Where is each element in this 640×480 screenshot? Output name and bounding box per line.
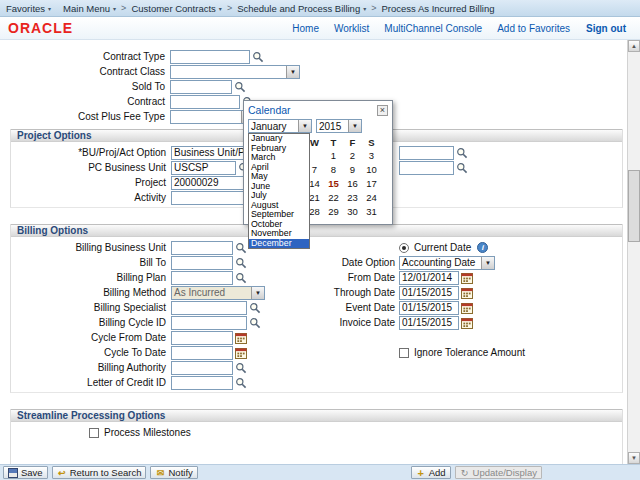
ignore-tolerance-amount-checkbox[interactable] <box>399 348 409 358</box>
billing-specialist-input[interactable] <box>171 301 247 315</box>
search-icon[interactable] <box>235 362 247 374</box>
search-icon[interactable] <box>456 147 468 159</box>
process-milestones-checkbox[interactable] <box>89 428 99 438</box>
month-option-may[interactable]: May <box>249 172 309 182</box>
billing-business-unit-input[interactable] <box>171 241 233 255</box>
letter-of-credit-id-input[interactable] <box>171 376 233 390</box>
contract-class-select[interactable]: ▼ <box>170 65 300 79</box>
month-option-december[interactable]: December <box>249 239 309 249</box>
billing-authority-input[interactable] <box>171 361 233 375</box>
calendar-day[interactable]: 30 <box>343 205 362 219</box>
search-icon[interactable] <box>235 377 247 389</box>
activity-input[interactable] <box>171 191 247 205</box>
month-option-october[interactable]: October <box>249 220 309 230</box>
month-option-february[interactable]: February <box>249 144 309 154</box>
search-icon[interactable] <box>456 162 468 174</box>
scroll-down-icon[interactable]: ▼ <box>628 452 640 464</box>
breadcrumb-item-main-menu[interactable]: Main Menu▾ <box>63 3 116 14</box>
calendar-icon[interactable] <box>235 332 247 344</box>
calendar-day[interactable]: 24 <box>362 191 381 205</box>
section-header-streamline: Streamline Processing Options <box>11 409 622 422</box>
header-link-home[interactable]: Home <box>292 23 319 34</box>
calendar-day[interactable]: 17 <box>362 177 381 191</box>
calendar-icon[interactable] <box>461 287 473 299</box>
breadcrumb-item-process-as-incurred-billing[interactable]: Process As Incurred Billing <box>381 3 494 14</box>
current-date-radio[interactable] <box>399 243 409 253</box>
calendar-icon[interactable] <box>461 317 473 329</box>
calendar-day[interactable]: 3 <box>362 149 381 163</box>
bill-to-input[interactable] <box>171 256 233 270</box>
scrollbar-thumb[interactable] <box>628 170 640 242</box>
month-option-september[interactable]: September <box>249 210 309 220</box>
calendar-day[interactable]: 29 <box>324 205 343 219</box>
header-link-worklist[interactable]: Worklist <box>334 23 369 34</box>
month-option-november[interactable]: November <box>249 229 309 239</box>
calendar-day[interactable]: 10 <box>362 163 381 177</box>
favorites-menu[interactable]: Favorites ▾ <box>6 3 51 14</box>
save-button[interactable]: Save <box>3 466 48 479</box>
breadcrumb-item-customer-contracts[interactable]: Customer Contracts▾ <box>131 3 222 14</box>
vertical-scrollbar[interactable]: ▲ ▼ <box>627 40 640 464</box>
form-row: Billing PlanFrom Date <box>11 270 622 285</box>
field-label: Letter of Credit ID <box>11 377 171 388</box>
notify-icon: ✉ <box>155 468 165 478</box>
add-button[interactable]: +Add <box>411 466 451 479</box>
header-link-multichannel-console[interactable]: MultiChannel Console <box>384 23 482 34</box>
search-icon[interactable] <box>235 257 247 269</box>
month-option-july[interactable]: July <box>249 191 309 201</box>
search-icon[interactable] <box>234 81 246 93</box>
close-icon[interactable]: × <box>377 105 388 116</box>
month-option-april[interactable]: April <box>249 163 309 173</box>
month-select[interactable]: January ▼ <box>248 119 312 133</box>
from-date-input[interactable] <box>399 271 459 285</box>
billing-plan-input[interactable] <box>171 271 233 285</box>
date-option-select[interactable]: Accounting Date▼ <box>399 256 495 270</box>
search-icon[interactable] <box>249 302 261 314</box>
sold-to-input[interactable] <box>170 80 232 94</box>
project-input[interactable] <box>171 176 247 190</box>
chevron-down-icon: ▾ <box>219 5 222 12</box>
calendar-day[interactable]: 8 <box>324 163 343 177</box>
calendar-day[interactable]: 9 <box>343 163 362 177</box>
event-date-input[interactable] <box>399 301 459 315</box>
year-select[interactable]: 2015 ▼ <box>316 119 362 133</box>
calendar-day[interactable]: 22 <box>324 191 343 205</box>
invoice-date-input[interactable] <box>399 316 459 330</box>
field-input[interactable] <box>399 146 454 160</box>
field-cell <box>399 286 622 300</box>
field-input[interactable] <box>399 161 454 175</box>
scroll-up-icon[interactable]: ▲ <box>628 40 640 52</box>
search-icon[interactable] <box>249 317 261 329</box>
month-select-value: January <box>249 120 298 132</box>
contract-input[interactable] <box>170 95 240 109</box>
month-option-march[interactable]: March <box>249 153 309 163</box>
section-rows: Billing Business UnitCurrent DateiBill T… <box>11 237 622 392</box>
notify-button[interactable]: ✉Notify <box>150 466 197 479</box>
info-icon[interactable]: i <box>477 242 488 253</box>
calendar-day[interactable]: 1 <box>324 149 343 163</box>
cycle-from-date-input[interactable] <box>171 331 233 345</box>
search-icon[interactable] <box>235 242 247 254</box>
contract-type-input[interactable] <box>170 50 250 64</box>
month-option-june[interactable]: June <box>249 182 309 192</box>
return-to-search-button[interactable]: ↩Return to Search <box>52 466 147 479</box>
month-option-january[interactable]: January <box>249 134 309 144</box>
cycle-to-date-input[interactable] <box>171 346 233 360</box>
calendar-icon[interactable] <box>461 272 473 284</box>
sign-out-link[interactable]: Sign out <box>586 23 626 34</box>
calendar-day[interactable]: 2 <box>343 149 362 163</box>
through-date-input[interactable] <box>399 286 459 300</box>
search-icon[interactable] <box>235 272 247 284</box>
calendar-day[interactable]: 31 <box>362 205 381 219</box>
breadcrumb-item-schedule-and-process-billing[interactable]: Schedule and Process Billing▾ <box>237 3 366 14</box>
calendar-day[interactable]: 23 <box>343 191 362 205</box>
search-icon[interactable] <box>252 51 264 63</box>
calendar-day[interactable]: 15 <box>324 177 343 191</box>
month-option-august[interactable]: August <box>249 201 309 211</box>
calendar-icon[interactable] <box>235 347 247 359</box>
pc-business-unit-input[interactable] <box>171 161 236 175</box>
calendar-day[interactable]: 16 <box>343 177 362 191</box>
calendar-icon[interactable] <box>461 302 473 314</box>
billing-cycle-id-input[interactable] <box>171 316 247 330</box>
header-link-add-to-favorites[interactable]: Add to Favorites <box>497 23 570 34</box>
